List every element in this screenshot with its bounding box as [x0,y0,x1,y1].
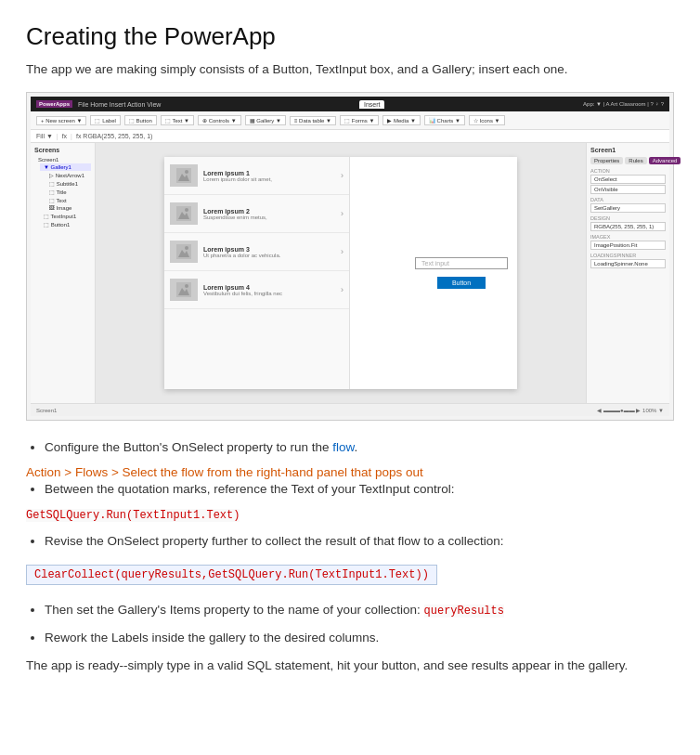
bullet4-text-start: Then set the Gallery's Items property to… [45,603,424,617]
app-logo: PowerApps [36,100,72,108]
gallery-item-4: Lorem ipsum 4 Vestibulum dui felis, frin… [164,271,349,309]
mock-toolbar: + New screen ▼ ⬚ Label ⬚ Button ⬚ Text ▼… [31,111,669,130]
gallery-title-1: Lorem ipsum 1 [203,170,335,176]
gallery-title-3: Lorem ipsum 3 [203,246,335,253]
svg-point-5 [185,208,188,212]
toolbar-icons[interactable]: ☆ Icons ▼ [469,115,505,125]
gallery-thumb-4 [170,279,198,301]
data-label: DATA [590,197,666,202]
bullet4-code: queryResults [424,605,504,618]
toolbar-button[interactable]: ⬚ Button [124,115,157,125]
loadingspinner-label: LOADINGSPINNER [590,253,666,258]
gallery-item-2: Lorem ipsum 2 Suspendisse enim metus, › [164,195,349,233]
gallery-text-2: Lorem ipsum 2 Suspendisse enim metus, [203,208,335,220]
tree-textinput1: ⬚ TextInput1 [40,212,91,220]
bullet2-text: Between the quotation marks, reference t… [45,482,455,496]
code-block-2: ClearCollect(queryResults,GetSQLQuery.Ru… [26,565,437,585]
imagex-label: IMAGEX [590,234,666,240]
prop-tabs: Properties Rules Advanced [590,157,666,164]
toolbar-datatable[interactable]: ≡ Data table ▼ [290,116,336,125]
toolbar-text[interactable]: ⬚ Text ▼ [161,115,194,125]
page-title: Creating the PowerApp [26,22,674,51]
toolbar-charts[interactable]: 📊 Charts ▼ [424,115,465,125]
tree-text1: ⬚ Text [45,196,91,204]
bullet-list-5: Rework the Labels inside the gallery to … [45,628,674,648]
data-items: SetGallery [590,203,666,213]
mock-right-panel: Screen1 Properties Rules Advanced ACTION… [586,143,669,403]
gallery-sub-1: Lorem ipsum dolor sit amet, [203,176,335,182]
bullet-list-2: Between the quotation marks, reference t… [45,479,674,500]
gallery-arrow-2: › [341,209,344,218]
imagex-value: ImagePosition.Fit [590,241,666,250]
prop-tab-rules[interactable]: Rules [625,157,646,164]
gallery-text-1: Lorem ipsum 1 Lorem ipsum dolor sit amet… [203,170,335,182]
bullet-list-3: Revise the OnSelect property further to … [45,531,674,552]
gallery-arrow-3: › [341,247,344,256]
gallery-title-2: Lorem ipsum 2 [203,208,335,215]
mock-titlebar: PowerApps File Home Insert Action View I… [31,97,669,111]
svg-point-11 [185,284,188,288]
toolbar-media[interactable]: ▶ Media ▼ [382,115,421,125]
mock-canvas: Lorem ipsum 1 Lorem ipsum dolor sit amet… [164,157,517,389]
toolbar-gallery[interactable]: ▦ Gallery ▼ [245,115,286,125]
screens-label: Screens [34,147,91,153]
mock-left-panel: Screens Screen1 ▼ Gallery1 ▷ NextArrow1 … [31,143,96,403]
gallery-item-1: Lorem ipsum 1 Lorem ipsum dolor sit amet… [164,157,349,195]
titlebar-tab-insert: Insert [359,100,385,109]
final-paragraph: The app is ready--simply type in a valid… [26,656,674,676]
toolbar-new[interactable]: + New screen ▼ [36,116,86,125]
bullet-item-1: Configure the Button's OnSelect property… [45,437,674,458]
design-label: DESIGN [590,215,666,221]
statusbar-left: Screen1 [36,408,57,413]
bullet5-text: Rework the Labels inside the gallery to … [45,631,379,644]
gallery-sub-2: Suspendisse enim metus, [203,215,335,220]
tree-button1: ⬚ Button1 [40,220,91,228]
action-label: ACTION [590,168,666,174]
design-fill: RGBA(255, 255, 255, 1) [590,222,666,231]
action-onvisible: OnVisible [590,185,666,194]
gallery-item-3: Lorem ipsum 3 Ut pharetra a dolor ac veh… [164,233,349,271]
bullet-item-2: Between the quotation marks, reference t… [45,479,674,500]
gallery-arrow-4: › [341,285,344,294]
gallery-sub-4: Vestibulum dui felis, fringilla nec [203,291,335,296]
gallery-text-4: Lorem ipsum 4 Vestibulum dui felis, frin… [203,284,335,296]
gallery-sub-3: Ut pharetra a dolor ac vehicula. [203,253,335,258]
bullet-item-5: Rework the Labels inside the gallery to … [45,628,674,648]
tree-title: ⬚ Title [45,188,91,196]
action-onselect: OnSelect [590,175,666,184]
mock-button-control: Button [437,277,486,289]
formula-icon: fx [62,133,67,139]
bullet-list-4: Then set the Gallery's Items property to… [45,600,674,620]
toolbar-label[interactable]: ⬚ Label [90,115,120,125]
intro-paragraph: The app we are making simply consists of… [26,60,674,79]
svg-point-8 [185,246,188,250]
gallery-title-4: Lorem ipsum 4 [203,284,335,291]
bullet1-text-end: . [355,440,358,454]
toolbar-forms[interactable]: ⬚ Forms ▼ [340,115,379,125]
tree-nextarrow: ▷ NextArrow1 [45,171,91,179]
code-block-2-container: ClearCollect(queryResults,GetSQLQuery.Ru… [26,559,674,591]
gallery-thumb-1 [170,164,198,187]
mock-text-input: Text input [415,257,508,269]
tree-image1: 🖼 Image [45,204,91,212]
bullet-list: Configure the Button's OnSelect property… [45,437,674,458]
prop-action-section: ACTION OnSelect OnVisible DATA SetGaller… [590,168,666,268]
toolbar-connect[interactable]: ⊕ Controls ▼ [198,115,241,125]
formula-value: fx RGBA(255, 255, 255, 1) [76,133,153,139]
mock-statusbar: Screen1 ◀ ▬▬▬●▬▬ ▶ 100% ▼ [31,403,669,416]
bullet3-text: Revise the OnSelect property further to … [45,534,504,548]
screen1-label: Screen1 [38,157,58,163]
formula-label: Fill ▼ [36,133,53,139]
mock-app: PowerApps File Home Insert Action View I… [31,97,669,416]
prop-tab-properties[interactable]: Properties [590,157,623,164]
loadingspinner-value: LoadingSpinner.None [590,259,666,268]
svg-point-2 [185,170,188,174]
tree-gallery1: ▼ Gallery1 [40,163,91,171]
gallery-text-3: Lorem ipsum 3 Ut pharetra a dolor ac veh… [203,246,335,258]
right-panel-title: Screen1 [590,147,666,153]
bullet1-flow-link[interactable]: flow [332,440,354,454]
bullet-item-4: Then set the Gallery's Items property to… [45,600,674,620]
tree-screen1: Screen1 [34,156,91,163]
code-block-1-container: GetSQLQuery.Run(TextInput1.Text) [26,506,674,522]
prop-tab-advanced[interactable]: Advanced [649,157,681,164]
